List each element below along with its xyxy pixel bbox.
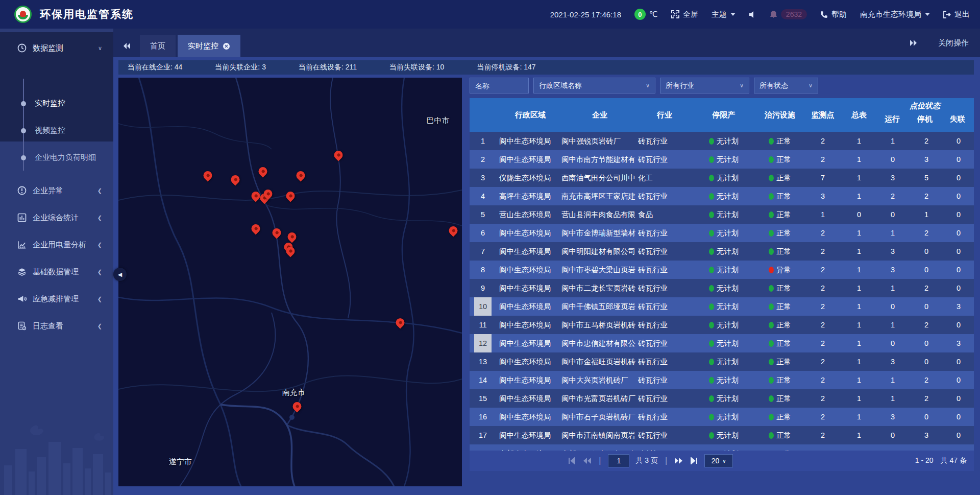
status-filter-select[interactable]: 所有状态 ∨ [754, 78, 818, 93]
row-index: 16 [474, 408, 492, 426]
cell-total-meter: 1 [842, 229, 876, 237]
table-row[interactable]: 5营山生态环境局营山县润丰肉食品有限食品无计划正常10010 [470, 205, 974, 224]
sidebar-item-4[interactable]: 基础数据管理❮ [0, 259, 113, 285]
tabs-scroll-right-button[interactable] [902, 32, 925, 54]
cell-company: 阆中市江南镇阆南页岩 [561, 431, 638, 440]
cell-monitor-points: 2 [803, 266, 842, 274]
table-row[interactable]: 16阆中生态环境局阆中市石子页岩机砖厂砖瓦行业无计划正常21300 [470, 408, 974, 426]
region-filter-select[interactable]: 行政区域名称 ∨ [533, 78, 655, 93]
chevron-down-icon [730, 13, 736, 16]
table-row[interactable]: 7阆中生态环境局阆中明阳建材有限公司砖瓦行业无计划正常21300 [470, 242, 974, 261]
row-index-cell: 2 [470, 150, 496, 169]
cell-lost: 0 [943, 358, 974, 366]
table-row[interactable]: 12阆中生态环境局阆中市忠信建材有限公砖瓦行业无计划正常21003 [470, 334, 974, 352]
sidebar-item-3[interactable]: 企业用电量分析❮ [0, 232, 113, 257]
first-page-button[interactable] [568, 457, 576, 464]
prev-page-button[interactable] [582, 457, 592, 464]
next-page-button[interactable] [674, 457, 683, 464]
map-collapse-button[interactable]: ◀ [113, 268, 127, 281]
sidebar-item-data-monitoring[interactable]: 数据监测∨ [0, 35, 113, 61]
status-dot [709, 138, 714, 145]
tab-close-icon[interactable] [223, 42, 230, 50]
sidebar-item-label: 数据监测 [33, 43, 63, 53]
table-row[interactable]: 6阆中生态环境局阆中市金博瑞新型墙材砖瓦行业无计划正常21120 [470, 224, 974, 242]
status-dot [769, 267, 774, 273]
sidebar-item-5[interactable]: 应急减排管理❮ [0, 286, 113, 312]
cell-lost: 0 [943, 192, 974, 200]
pager-divider: | [599, 456, 601, 465]
tab-home-label: 首页 [150, 41, 165, 51]
cell-industry: 砖瓦行业 [638, 228, 691, 238]
cell-monitor-points: 2 [803, 229, 842, 237]
page-number-input[interactable]: 1 [608, 454, 629, 467]
sidebar-item-1[interactable]: 企业异常❮ [0, 178, 113, 203]
table-row[interactable]: 11阆中生态环境局阆中市五马桥页岩机砖砖瓦行业无计划正常21120 [470, 316, 974, 334]
table-row[interactable]: 9阆中生态环境局阆中市二龙长宝页岩砖砖瓦行业无计划正常21120 [470, 279, 974, 297]
cell-industry: 砖瓦行业 [638, 394, 691, 404]
table-row[interactable]: 17阆中生态环境局阆中市江南镇阆南页岩砖瓦行业无计划正常21030 [470, 426, 974, 444]
org-menu-button[interactable]: 南充市生态环境局 [860, 10, 930, 19]
sidebar-subitem-实时监控[interactable]: 实时监控 [0, 90, 113, 117]
cell-running: 3 [876, 247, 910, 255]
row-index-cell: 1 [470, 132, 496, 150]
temperature-indicator: 0 ℃ [634, 9, 658, 20]
name-input[interactable] [475, 82, 523, 90]
map-panel[interactable]: 巴中市南充市遂宁市 [118, 78, 462, 486]
status-dot [709, 432, 714, 439]
cell-stopped: 0 [910, 266, 943, 274]
close-operations-button[interactable]: 关闭操作 [938, 38, 969, 48]
tab-realtime-monitoring[interactable]: 实时监控 [178, 35, 240, 57]
stat-当前失联设备: 当前失联设备: 10 [389, 63, 444, 72]
logout-button[interactable]: 退出 [943, 10, 970, 19]
theme-menu-button[interactable]: 主题 [712, 10, 736, 19]
voice-mute-button[interactable] [749, 11, 756, 18]
table-row[interactable]: 18南部生态环境局南部县双化水泥有限公建材加工无计划正常60060 [470, 444, 974, 451]
speaker-icon [749, 11, 756, 18]
table-row[interactable]: 1阆中生态环境局阆中强锐页岩砖厂砖瓦行业无计划正常21120 [470, 132, 974, 150]
last-page-button[interactable] [690, 457, 698, 464]
table-row[interactable]: 4高坪生态环境局南充市高坪区王家店建砖瓦行业无计划正常31220 [470, 187, 974, 205]
cell-stop-limit: 无计划 [691, 173, 756, 183]
page-size-select[interactable]: 20 ∨ [704, 454, 733, 467]
help-button[interactable]: 帮助 [820, 10, 847, 19]
row-index: 3 [474, 169, 492, 187]
cell-stop-limit: 无计划 [691, 210, 756, 220]
cell-monitor-points: 2 [803, 376, 842, 384]
sidebar-item-2[interactable]: 企业综合统计❮ [0, 205, 113, 230]
cell-facility-status: 异常 [756, 265, 803, 275]
cell-industry: 砖瓦行业 [638, 412, 691, 422]
tab-home[interactable]: 首页 [140, 35, 176, 57]
table-row[interactable]: 15阆中生态环境局阆中市光富页岩机砖厂砖瓦行业无计划正常21120 [470, 389, 974, 408]
cell-district: 阆中生态环境局 [496, 265, 561, 275]
notifications-button[interactable]: 2632 [770, 9, 807, 19]
cell-stopped: 0 [910, 302, 943, 311]
row-index: 14 [474, 371, 492, 389]
cell-industry: 食品 [638, 210, 691, 220]
chevron-left-icon: ❮ [97, 215, 102, 221]
table-row[interactable]: 14阆中生态环境局阆中大兴页岩机砖厂砖瓦行业无计划正常21120 [470, 371, 974, 389]
cell-stop-limit: 无计划 [691, 265, 756, 275]
table-row[interactable]: 10阆中生态环境局阆中千佛镇五郎垭页岩砖瓦行业无计划正常21003 [470, 297, 974, 316]
col-header-running: 运行 [876, 113, 909, 132]
table-row[interactable]: 2阆中生态环境局阆中市南方节能建材有砖瓦行业无计划正常21030 [470, 150, 974, 169]
row-index-cell: 11 [470, 316, 496, 334]
row-index: 5 [474, 205, 492, 224]
fullscreen-button[interactable]: 全屏 [671, 10, 698, 19]
row-index-cell: 14 [470, 371, 496, 389]
name-filter-input[interactable] [470, 78, 529, 93]
cell-facility-status: 正常 [756, 136, 803, 146]
sidebar-subitem-视频监控[interactable]: 视频监控 [0, 117, 113, 144]
table-row[interactable]: 3仪陇生态环境局西南油气田分公司川中化工无计划正常71350 [470, 169, 974, 187]
status-dot [709, 395, 714, 402]
sidebar-item-6[interactable]: 日志查看❮ [0, 313, 113, 339]
industry-filter-select[interactable]: 所有行业 ∨ [660, 78, 749, 93]
sidebar-subitem-企业电力负荷明细[interactable]: 企业电力负荷明细 [0, 144, 113, 171]
tabs-scroll-left-button[interactable] [115, 35, 138, 57]
table-row[interactable]: 13阆中生态环境局阆中市金福旺页岩机砖砖瓦行业无计划正常21300 [470, 352, 974, 371]
status-dot [709, 211, 714, 218]
table-row[interactable]: 8阆中生态环境局阆中市枣碧大梁山页岩砖瓦行业无计划异常21300 [470, 261, 974, 279]
app-logo-icon [14, 6, 32, 23]
filter-bar: 行政区域名称 ∨ 所有行业 ∨ 所有状态 ∨ [470, 78, 974, 93]
cell-company: 阆中市金博瑞新型墙材 [561, 228, 638, 238]
row-index: 2 [474, 150, 492, 169]
